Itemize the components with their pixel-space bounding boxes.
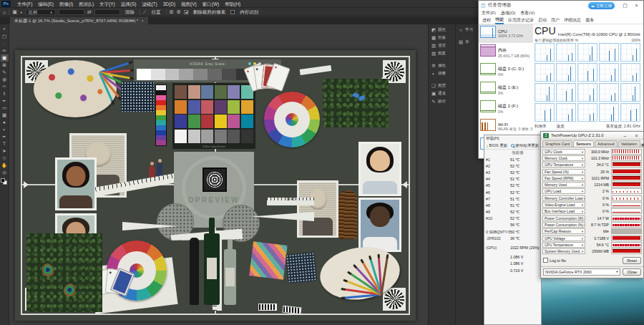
sensor-name-dropdown[interactable]: Power Consumption (%)▼ [542, 222, 585, 228]
blur-tool[interactable]: ● [1, 119, 9, 126]
camera-icon[interactable]: ◉ [641, 142, 644, 147]
sensor-name-dropdown[interactable]: CPU Temperature▼ [542, 242, 585, 248]
task-manager-titlebar[interactable]: ◫ 任务管理器 – ▢ × [479, 1, 643, 10]
upload-overlay-button[interactable]: ☁ 立即上传 [588, 2, 615, 9]
menu-item-5[interactable]: 选择(S) [118, 0, 140, 8]
ratio-height-input[interactable] [94, 9, 120, 15]
minimize-icon[interactable]: – [620, 133, 630, 138]
color-swatches[interactable] [1, 178, 9, 185]
panel-路径[interactable]: ✎路径 [429, 97, 455, 105]
sensor-name-dropdown[interactable]: GPU Temperature▼ [542, 162, 585, 168]
monitor-menubar[interactable]: 帮助(H) [484, 135, 541, 142]
clear-button[interactable]: 清除 [123, 9, 137, 16]
shape-tool[interactable]: ◇ [1, 155, 9, 162]
crop-tool-icon[interactable]: ▣ [12, 9, 17, 15]
menu-item-6[interactable]: 滤镜(T) [139, 0, 160, 8]
menu-item-0[interactable]: 文件(F) [14, 0, 35, 8]
panel-颜色[interactable]: ◩颜色 [429, 26, 455, 34]
ratio-select[interactable]: 比例▼ [26, 9, 56, 15]
sensor-name-dropdown[interactable]: GPU Clock▼ [542, 149, 585, 155]
tm-tab-进程[interactable]: 进程 [482, 17, 491, 24]
maximize-icon[interactable]: ▢ [620, 3, 630, 9]
sensor-name-dropdown[interactable]: Bus Interface Load▼ [542, 208, 585, 214]
panel-通道[interactable]: ▣通道 [429, 89, 455, 97]
straighten-icon[interactable]: ⟋ [143, 9, 147, 15]
hand-tool[interactable]: ✋ [1, 162, 9, 169]
ratio-width-input[interactable] [59, 9, 84, 15]
gpuz-tab-Advanced[interactable]: Advanced [595, 140, 618, 147]
healing-tool[interactable]: ◍ [1, 76, 9, 83]
sensor-name-dropdown[interactable]: Memory Used▼ [542, 182, 585, 188]
sensor-name-dropdown[interactable]: Power Consumption (W)▼ [542, 215, 585, 221]
history-brush-tool[interactable]: ✒ [1, 97, 9, 105]
menu-item-7[interactable]: 3D(D) [160, 0, 178, 8]
gradient-tool[interactable]: ▦ [1, 112, 9, 119]
zoom-tool[interactable]: ◎ [1, 169, 9, 176]
chevron-down-icon[interactable]: ▼ [20, 11, 23, 14]
crop-tool[interactable]: ▣ [1, 54, 9, 62]
tm-menu-0[interactable]: 文件(F) [482, 10, 496, 16]
foreground-color-swatch[interactable] [1, 178, 5, 183]
panel-图层[interactable]: ❏图层 [429, 82, 455, 89]
sidebar-item-disk[interactable]: 磁盘 2 (F:)0% [479, 99, 533, 117]
straighten-button[interactable]: 拉直 [150, 9, 163, 16]
tm-tab-应用历史记录[interactable]: 应用历史记录 [508, 17, 534, 24]
sidebar-item-wifi[interactable]: Wi-FiWLAN 发送: 0 接收: 0 Kbps [479, 117, 533, 136]
move-tool[interactable]: + [1, 26, 9, 33]
overlay-grid-icon[interactable]: ⊞ [170, 9, 174, 15]
eyedropper-tool[interactable]: ✎ [1, 69, 9, 76]
tm-tab-用户[interactable]: 用户 [551, 17, 560, 24]
bios-update-button[interactable]: ↓BIOS 更新 [486, 143, 507, 148]
driver-update-button[interactable]: 驱动程序更新 [511, 143, 539, 148]
menu-item-10[interactable]: 帮助(H) [222, 0, 243, 8]
menu-item-1[interactable]: 编辑(E) [35, 0, 57, 8]
sensor-name-dropdown[interactable]: Memory Clock▼ [542, 155, 585, 161]
menu-item-9[interactable]: 窗口(W) [200, 0, 222, 8]
gpuz-tab-Graphics Card[interactable]: Graphics Card [542, 140, 572, 147]
panel-渐变[interactable]: ▥渐变 [429, 42, 455, 49]
brush-tool[interactable]: ✑ [1, 83, 9, 90]
sensor-name-dropdown[interactable]: Fan Speed (RPM)▼ [542, 175, 585, 181]
delete-cropped-pixels-checkbox[interactable] [184, 10, 188, 14]
sidebar-item-mem[interactable]: 内存25.4/31.7 GB (80%) [479, 43, 533, 62]
sensor-name-dropdown[interactable]: System Memory Used▼ [542, 248, 585, 254]
gear-icon[interactable]: ⚙ [176, 9, 180, 15]
lasso-tool[interactable]: ◌ [1, 40, 9, 47]
log-to-file-checkbox[interactable] [543, 258, 548, 263]
gpu-select-combo[interactable]: NVIDIA GeForce RTX 2060▼ [543, 268, 620, 276]
close-icon[interactable]: × [632, 3, 641, 8]
sidebar-item-cpu[interactable]: CPU100% 3.72 GHz [479, 24, 533, 43]
eraser-tool[interactable]: ▭ [1, 105, 9, 112]
tm-tab-性能[interactable]: 性能 [495, 16, 504, 24]
tm-tab-启动[interactable]: 启动 [538, 17, 547, 24]
sensor-name-dropdown[interactable]: Fan Speed (%)▼ [542, 169, 585, 175]
tm-menu-2[interactable]: 查看(V) [520, 10, 535, 16]
close-button[interactable]: Close [623, 268, 641, 276]
panel-图案[interactable]: ▨图案 [429, 49, 455, 57]
menu-item-4[interactable]: 文字(Y) [97, 0, 118, 8]
menu-item-3[interactable]: 图层(L) [76, 0, 97, 8]
sensor-name-dropdown[interactable]: Video Engine Load▼ [542, 202, 585, 208]
panel-属性[interactable]: ⚙属性 [429, 62, 455, 69]
menu-item-8[interactable]: 视图(V) [178, 0, 200, 8]
sensor-name-dropdown[interactable]: Memory Controller Load▼ [542, 195, 585, 201]
gpuz-titlebar[interactable]: Z TechPowerUp GPU-Z 2.31.0 – × [541, 132, 643, 140]
sidebar-item-disk[interactable]: 磁盘 1 (E:)0% [479, 80, 533, 99]
frame-tool[interactable]: ⊠ [1, 62, 9, 69]
menu-item-2[interactable]: 图像(I) [57, 0, 76, 8]
panel-调整[interactable]: ◐调整 [429, 69, 455, 77]
tm-tab-服务[interactable]: 服务 [585, 17, 594, 24]
dodge-tool[interactable]: ◐ [1, 126, 9, 133]
close-icon[interactable]: × [632, 133, 641, 138]
swap-icon[interactable]: ⇄ [87, 9, 92, 15]
path-select-tool[interactable]: ➤ [1, 147, 9, 155]
sensor-name-dropdown[interactable]: GPU Voltage▼ [542, 236, 585, 241]
sidebar-item-disk[interactable]: 磁盘 0 (C: D:)0% [479, 62, 533, 80]
type-tool[interactable]: T [1, 140, 9, 147]
content-aware-checkbox[interactable] [230, 10, 235, 14]
gpuz-tab-Sensors[interactable]: Sensors [573, 140, 594, 147]
tm-tab-详细信息[interactable]: 详细信息 [564, 17, 581, 24]
sensor-name-dropdown[interactable]: PerfCap Reason▼ [542, 228, 585, 234]
panel-色板[interactable]: ▦色板 [429, 34, 455, 42]
document-tab[interactable]: 未标题-1 @ 16.7% (Studio_Scene_p7RIV_8707.A… [10, 17, 148, 24]
